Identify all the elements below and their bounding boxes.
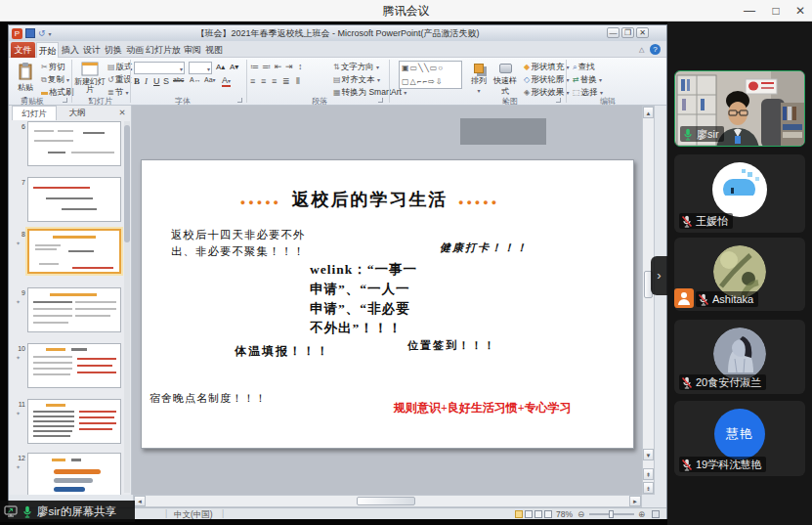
decrease-indent-icon[interactable]: ⇤ <box>275 62 282 71</box>
change-case-button[interactable]: Aa▾ <box>204 76 216 83</box>
panel-tab-outline[interactable]: 大纲 <box>59 106 96 120</box>
horizontal-scrollbar[interactable]: ◄ ► <box>133 495 642 507</box>
replace-button[interactable]: ⇄替换 ▾ <box>573 74 602 86</box>
zoom-in-icon[interactable]: ⊕ <box>638 509 645 519</box>
font-dialog-launcher[interactable] <box>237 98 242 103</box>
clipboard-dialog-launcher[interactable] <box>63 98 67 103</box>
zoom-percent[interactable]: 78% <box>556 509 573 519</box>
collapse-ribbon-icon[interactable]: △ <box>639 46 644 54</box>
slideshow-view-icon[interactable] <box>544 510 552 518</box>
participant-tile[interactable]: Ashitaka <box>674 238 805 311</box>
close-icon[interactable]: ✕ <box>791 1 810 21</box>
sidebar-expand-button[interactable]: › <box>651 256 667 295</box>
align-center-icon[interactable]: ≡ <box>261 76 266 86</box>
find-button[interactable]: ⌕查找 <box>573 62 594 73</box>
tab-file[interactable]: 文件 <box>11 42 35 58</box>
justify-icon[interactable]: ≣ <box>282 76 290 86</box>
normal-view-icon[interactable] <box>515 510 523 518</box>
shape-fill-button[interactable]: ◆形状填充 ▾ <box>524 62 570 73</box>
scroll-right-icon[interactable]: ► <box>629 496 641 506</box>
tab-insert[interactable]: 插入 <box>60 42 81 58</box>
align-right-icon[interactable]: ≡ <box>272 76 277 86</box>
tab-home[interactable]: 开始 <box>36 42 59 58</box>
bullets-icon[interactable]: ≔ <box>250 62 259 71</box>
slide-thumbnail[interactable] <box>27 287 121 332</box>
tab-review[interactable]: 审阅 <box>182 42 203 58</box>
slide-thumbnail[interactable] <box>27 399 121 444</box>
font-size-select[interactable]: ▾ <box>189 62 212 74</box>
panel-scrollbar[interactable] <box>124 121 130 493</box>
minimize-icon[interactable]: — <box>740 1 759 21</box>
line-spacing-icon[interactable]: ↕ <box>298 62 303 71</box>
tab-animations[interactable]: 动画 <box>124 42 146 58</box>
ppt-restore-icon[interactable]: ❐ <box>621 27 634 38</box>
strikethrough-button[interactable]: abc <box>173 76 184 83</box>
slide-thumbnail[interactable] <box>27 177 121 222</box>
columns-icon[interactable]: ⫴ <box>296 76 300 87</box>
previous-slide-icon[interactable]: ⇞ <box>643 468 654 480</box>
vertical-scrollbar[interactable]: ▲ ▼ ⇞ ⇟ <box>642 106 655 495</box>
undo-icon[interactable]: ↺ <box>38 28 46 38</box>
powerpoint-logo-icon[interactable]: P <box>12 28 22 39</box>
font-color-button[interactable]: A▾ <box>222 76 231 87</box>
slide-thumbnail[interactable] <box>27 121 121 166</box>
drawing-dialog-launcher[interactable] <box>556 98 561 103</box>
tab-design[interactable]: 设计 <box>81 42 103 58</box>
scroll-up-icon[interactable]: ▲ <box>643 107 654 118</box>
underline-button[interactable]: U <box>153 76 160 86</box>
select-button[interactable]: ⬚选择 ▾ <box>573 87 603 99</box>
maximize-icon[interactable]: □ <box>766 1 786 21</box>
shrink-font-button[interactable]: A▾ <box>230 63 238 71</box>
panel-tab-slides[interactable]: 幻灯片 <box>12 106 57 120</box>
paragraph-dialog-launcher[interactable] <box>378 98 383 103</box>
participant-tile-video[interactable]: 廖sir <box>674 70 805 147</box>
tab-transitions[interactable]: 切换 <box>103 42 124 58</box>
slide-editor[interactable]: ●●●●● 返校后的学习生活 ●●●●● 返校后十四天非必要不外 出、非必要不聚… <box>141 159 634 449</box>
fit-to-window-icon[interactable] <box>652 510 660 518</box>
help-icon[interactable]: ? <box>650 44 661 55</box>
reading-view-icon[interactable] <box>534 510 542 518</box>
scroll-down-icon[interactable]: ▼ <box>643 449 654 460</box>
shapes-gallery[interactable]: ▣▭╲╲▭○▢△⌐⌐⇨⇩ <box>399 61 462 89</box>
tab-slideshow[interactable]: 幻灯片放映 <box>146 42 181 58</box>
text-direction-button[interactable]: ⇅文字方向 ▾ <box>333 62 379 73</box>
animation-indicator-icon: ✦ <box>16 354 21 361</box>
language-status[interactable]: 中文(中国) <box>174 509 213 521</box>
align-text-button[interactable]: ▤对齐文本 ▾ <box>333 74 380 86</box>
slide-thumbnail-selected[interactable] <box>27 229 121 274</box>
qat-dropdown-icon[interactable]: ▾ <box>49 30 52 37</box>
convert-smartart-button[interactable]: ▦转换为 SmartArt ▾ <box>333 87 406 99</box>
grow-font-button[interactable]: A▴ <box>216 63 225 71</box>
zoom-out-icon[interactable]: ⊖ <box>577 509 584 519</box>
participant-tile[interactable]: 慧艳 19学科沈慧艳 <box>674 401 805 476</box>
italic-button[interactable]: I <box>145 76 148 86</box>
tab-view[interactable]: 视图 <box>203 42 225 58</box>
shape-outline-button[interactable]: ◇形状轮廓 ▾ <box>524 74 570 86</box>
shadow-button[interactable]: S <box>163 76 169 86</box>
participant-tile[interactable]: 20食安付淑兰 <box>674 320 805 394</box>
panel-close-icon[interactable]: ✕ <box>115 106 129 120</box>
hscroll-thumb[interactable] <box>357 497 415 505</box>
ppt-minimize-icon[interactable]: — <box>607 27 620 38</box>
numbering-icon[interactable]: ≕ <box>262 62 271 71</box>
arrange-button[interactable]: 排列 ▾ <box>466 60 491 103</box>
slide-sorter-view-icon[interactable] <box>525 510 533 518</box>
bold-button[interactable]: B <box>134 76 140 86</box>
reset-button[interactable]: ↺重设 <box>107 74 132 86</box>
cut-button[interactable]: ✂剪切 <box>41 62 65 73</box>
participant-tile[interactable]: 王媛怡 <box>674 154 805 233</box>
increase-indent-icon[interactable]: ⇥ <box>285 62 293 71</box>
slide-thumbnail[interactable] <box>27 453 121 495</box>
format-painter-button[interactable]: 格式刷 <box>41 87 74 99</box>
copy-button[interactable]: ⧉复制 ▾ <box>41 74 69 86</box>
zoom-slider-thumb[interactable] <box>609 510 614 518</box>
ppt-close-icon[interactable]: ✕ <box>636 27 649 38</box>
align-left-icon[interactable]: ≡ <box>250 76 255 86</box>
char-spacing-button[interactable]: A↔ <box>190 76 201 83</box>
font-name-select[interactable]: ▾ <box>134 62 185 74</box>
shape-effects-button[interactable]: ◈形状效果 ▾ <box>524 87 570 99</box>
scroll-left-icon[interactable]: ◄ <box>134 496 146 506</box>
save-icon[interactable] <box>25 28 35 38</box>
slide-thumbnail[interactable] <box>27 343 121 388</box>
next-slide-icon[interactable]: ⇟ <box>643 482 654 494</box>
